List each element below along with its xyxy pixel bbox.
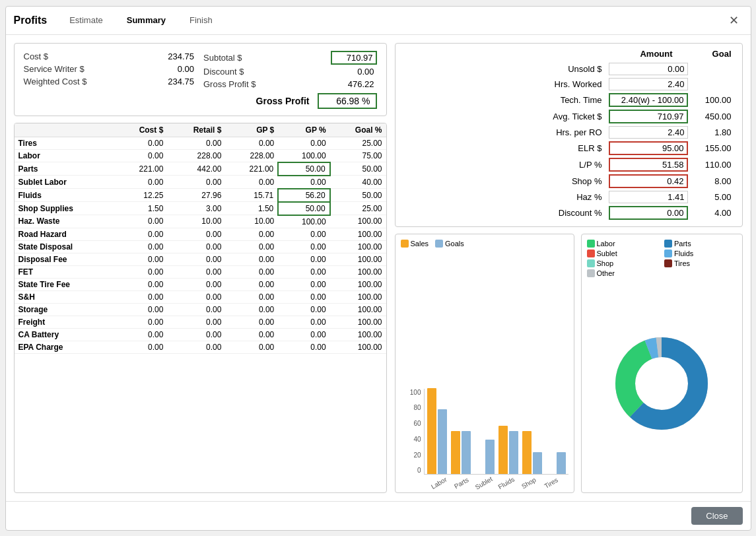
bar-group — [522, 431, 542, 474]
metric-value[interactable]: 1.41 — [609, 191, 688, 203]
dialog-header: Profits Estimate Summary Finish ✕ — [6, 7, 751, 35]
table-row: Road Hazard0.000.000.000.00100.00 — [15, 228, 386, 240]
bar-chart: 100 80 60 40 20 0 LaborPartsSubletFlu — [401, 250, 568, 487]
metric-goal: 1.80 — [688, 127, 734, 137]
metric-label: Tech. Time — [403, 95, 609, 105]
metric-goal: 5.00 — [688, 192, 734, 202]
tab-estimate[interactable]: Estimate — [63, 13, 110, 28]
close-button[interactable]: Close — [691, 507, 742, 525]
goals-bar — [438, 409, 447, 474]
metric-goal: 8.00 — [688, 176, 734, 186]
sales-bar — [498, 426, 508, 474]
metric-label: Avg. Ticket $ — [403, 112, 609, 121]
labor-legend-label: Labor — [597, 240, 615, 248]
subtotal-label: Subtotal $ — [203, 53, 242, 63]
charts-row: Sales Goals 100 80 60 — [395, 234, 743, 493]
donut-svg — [609, 331, 714, 436]
summary-box: Cost $ 234.75 Service Writer $ 0.00 Weig… — [14, 43, 387, 116]
goals-bar — [462, 431, 471, 474]
service-writer-label: Service Writer $ — [24, 64, 85, 74]
cost-value: 234.75 — [151, 51, 197, 62]
metric-label: L/P % — [403, 160, 609, 170]
metric-row: Hrs. per RO2.401.80 — [403, 125, 734, 140]
bar-chart-legend: Sales Goals — [401, 240, 568, 248]
metric-row: L/P %51.58110.00 — [403, 156, 734, 173]
bar-label: Labor — [428, 475, 450, 492]
metric-value[interactable]: 2.40(w) - 100.00 — [609, 93, 688, 107]
donut-legend: Labor Parts Sublet Fluids — [587, 240, 737, 277]
metric-label: Hrs. Worked — [403, 79, 609, 89]
gross-profit-dollar-value: 476.22 — [331, 79, 377, 90]
sales-label: Sales — [411, 240, 429, 248]
category-table: Cost $ Retail $ GP $ GP % Goal % Tires0.… — [14, 123, 387, 493]
bar-label: Parts — [450, 475, 472, 492]
goals-bar — [533, 452, 542, 474]
other-legend-label: Other — [597, 269, 615, 277]
metric-label: ELR $ — [403, 143, 609, 153]
parts-dot — [664, 240, 672, 248]
bar-group — [475, 440, 495, 474]
col-header-retail: Retail $ — [167, 123, 225, 137]
bar-chart-area — [424, 389, 568, 475]
y-axis: 100 80 60 40 20 0 — [403, 389, 421, 475]
legend-sales: Sales — [401, 240, 429, 248]
bar-label: Sublet — [473, 475, 495, 492]
metric-value[interactable]: 95.00 — [609, 141, 688, 155]
metric-row: Tech. Time2.40(w) - 100.00100.00 — [403, 92, 734, 108]
metric-value[interactable]: 51.58 — [609, 158, 688, 172]
metric-row: Unsold $0.00 — [403, 61, 734, 77]
table-row: State Disposal0.000.000.000.00100.00 — [15, 240, 386, 253]
metric-value[interactable]: 0.00 — [609, 63, 688, 75]
sales-bar — [451, 431, 460, 474]
fluids-dot — [664, 250, 672, 257]
table-row: Labor0.00228.00228.00100.0075.00 — [15, 149, 386, 162]
gp-value: 66.98 % — [318, 93, 377, 109]
tires-dot — [664, 259, 672, 267]
table-row: Storage0.000.000.000.00100.00 — [15, 303, 386, 316]
other-dot — [587, 269, 595, 277]
metric-goal: 110.00 — [688, 160, 734, 170]
bar-chart-x-labels: LaborPartsSubletFluidsShopTires — [424, 477, 568, 487]
metric-goal: 4.00 — [688, 208, 734, 218]
dialog-footer: Close — [6, 501, 751, 530]
table-row: FET0.000.000.000.00100.00 — [15, 265, 386, 278]
bar-group — [498, 426, 518, 474]
metric-value[interactable]: 710.97 — [609, 110, 688, 123]
bar-label: Shop — [518, 475, 539, 492]
dialog-close-button[interactable]: ✕ — [725, 12, 743, 29]
fluids-legend-label: Fluids — [674, 250, 693, 257]
metric-value[interactable]: 0.42 — [609, 174, 688, 188]
goals-bar — [485, 440, 495, 474]
metric-value[interactable]: 0.00 — [609, 206, 688, 220]
shop-dot — [587, 259, 595, 267]
discount-label: Discount $ — [203, 67, 244, 77]
table-row: Parts221.00442.00221.0050.0050.00 — [15, 162, 386, 176]
table-row: Fluids12.2527.9615.7156.2050.00 — [15, 189, 386, 202]
svg-point-6 — [636, 358, 687, 409]
col-header-cost: Cost $ — [116, 123, 167, 137]
col-header-gp: GP $ — [225, 123, 278, 137]
metric-row: Avg. Ticket $710.97450.00 — [403, 108, 734, 125]
tab-finish[interactable]: Finish — [183, 13, 219, 28]
table-row: CA Battery0.000.000.000.00100.00 — [15, 328, 386, 341]
metric-goal: 155.00 — [688, 143, 734, 153]
dialog-body: Cost $ 234.75 Service Writer $ 0.00 Weig… — [6, 35, 751, 501]
table-row: Shop Supplies1.503.001.5050.0025.00 — [15, 202, 386, 215]
metric-label: Hrs. per RO — [403, 127, 609, 137]
tires-legend-label: Tires — [674, 259, 690, 267]
metric-goal: 450.00 — [688, 112, 734, 121]
dialog-title: Profits — [14, 15, 48, 26]
goals-bar — [557, 452, 566, 474]
metric-value[interactable]: 2.40 — [609, 78, 688, 90]
donut-chart-box: Labor Parts Sublet Fluids — [581, 234, 743, 493]
right-panel: Amount Goal Unsold $0.00Hrs. Worked2.40T… — [395, 43, 743, 493]
metric-value[interactable]: 2.40 — [609, 126, 688, 139]
tab-summary[interactable]: Summary — [120, 13, 172, 28]
bar-group — [451, 431, 471, 474]
table-row: Disposal Fee0.000.000.000.00100.00 — [15, 253, 386, 265]
metric-row: Hrs. Worked2.40 — [403, 77, 734, 92]
metric-row: Shop %0.428.00 — [403, 173, 734, 189]
gp-label: Gross Profit — [256, 96, 310, 106]
shop-legend-label: Shop — [597, 259, 614, 267]
table-row: Sublet Labor0.000.000.000.0040.00 — [15, 176, 386, 189]
